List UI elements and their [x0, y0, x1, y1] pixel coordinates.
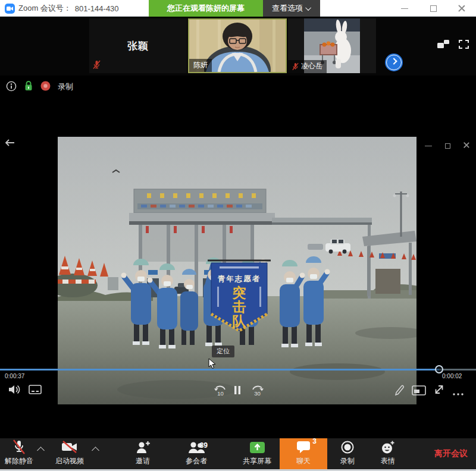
- shared-screen-player: 青年志愿者 突 击 队 定位 0:00:37 0:00:02 1: [0, 136, 476, 404]
- gallery-view-button[interactable]: [437, 40, 449, 51]
- close-button[interactable]: [452, 0, 472, 17]
- close-icon: [463, 142, 470, 149]
- pennant-char-2: 击: [232, 299, 246, 315]
- maximize-icon: [445, 143, 450, 149]
- next-participants-button[interactable]: [385, 54, 403, 71]
- titlebar: Zoom 会议号： 801-144-430 您正在观看陈妍的屏幕 查看选项: [0, 0, 476, 17]
- muted-mic-icon: [12, 439, 26, 455]
- pennant-char-3: 队: [233, 313, 247, 329]
- invite-label: 邀请: [136, 456, 150, 466]
- participants-label: 参会者: [186, 456, 207, 466]
- forward-seconds-label: 30: [254, 390, 261, 397]
- maximize-button[interactable]: [423, 0, 443, 17]
- watching-screen-banner: 您正在观看陈妍的屏幕: [149, 0, 263, 17]
- start-video-button[interactable]: 启动视频: [51, 438, 88, 469]
- chat-bubble-icon: 3: [296, 439, 311, 455]
- player-minimize-button[interactable]: [419, 139, 438, 152]
- leave-meeting-button[interactable]: 离开会议: [426, 438, 476, 469]
- more-options-button[interactable]: [452, 389, 464, 398]
- player-maximize-button[interactable]: [438, 139, 457, 152]
- minimize-icon: [425, 146, 432, 146]
- video-off-icon: [61, 439, 78, 455]
- participant-name: 陈妍: [193, 60, 208, 70]
- share-screen-label: 共享屏幕: [243, 456, 271, 466]
- participant-name: 张颖: [89, 18, 187, 73]
- forward-30-button[interactable]: 30: [250, 384, 265, 400]
- progress-bar[interactable]: [0, 369, 476, 370]
- invite-person-icon: [135, 439, 151, 455]
- seek-tooltip: 定位: [212, 346, 234, 357]
- pennant-header-text: 青年志愿者: [218, 275, 261, 283]
- pennant-char-1: 突: [232, 285, 246, 300]
- progress-fill: [0, 369, 439, 370]
- audio-options-chevron[interactable]: [37, 447, 45, 454]
- participant-name-tag: 凌心岳: [288, 60, 327, 73]
- muted-mic-icon: [93, 60, 101, 70]
- recording-dot-icon: [40, 81, 51, 93]
- zoom-logo-icon: [5, 4, 15, 14]
- player-close-button[interactable]: [457, 139, 476, 152]
- chat-label: 聊天: [296, 456, 311, 466]
- participant-tile-zhangying[interactable]: 张颖: [89, 18, 187, 73]
- participants-icon: 39: [187, 439, 205, 455]
- player-window-controls: [419, 139, 476, 152]
- minimize-button[interactable]: [394, 0, 415, 17]
- mouse-cursor: [208, 358, 216, 369]
- record-label: 录制: [340, 456, 355, 466]
- start-video-label: 启动视频: [55, 456, 84, 466]
- participant-name-tag: 陈妍: [189, 59, 212, 72]
- muted-mic-icon: [292, 62, 299, 71]
- rewind-10-button[interactable]: 10: [213, 384, 227, 400]
- close-icon: [458, 5, 465, 12]
- invite-button[interactable]: 邀请: [124, 438, 162, 469]
- meeting-info-button[interactable]: [6, 81, 17, 93]
- participants-button[interactable]: 39 参会者: [176, 438, 217, 469]
- strip-corner-controls: [437, 40, 469, 51]
- video-thumbnails-strip: 张颖: [0, 17, 476, 76]
- view-options-label: 查看选项: [272, 3, 303, 14]
- pause-button[interactable]: [234, 385, 241, 397]
- chat-button[interactable]: 3 聊天: [280, 438, 327, 469]
- participant-tile-lingxinyue[interactable]: 凌心岳: [288, 18, 376, 73]
- chevron-down-icon: [305, 5, 311, 11]
- reactions-button[interactable]: 表情: [369, 438, 407, 469]
- meeting-toolbar: 解除静音 启动视频 邀请 39 参会者 共享: [0, 438, 476, 469]
- chat-unread-badge: 3: [312, 437, 317, 445]
- volume-button[interactable]: [8, 384, 21, 397]
- participant-name: 凌心岳: [301, 61, 322, 71]
- view-options-button[interactable]: 查看选项: [263, 0, 320, 17]
- meeting-id-label: Zoom 会议号：: [18, 3, 71, 14]
- unmute-label: 解除静音: [5, 456, 33, 466]
- minimize-icon: [401, 8, 408, 9]
- participants-count-badge: 39: [200, 441, 208, 450]
- unmute-button[interactable]: 解除静音: [0, 438, 38, 469]
- zoom-app-window: Zoom 会议号： 801-144-430 您正在观看陈妍的屏幕 查看选项 张颖: [0, 0, 476, 471]
- progress-handle[interactable]: [435, 365, 443, 373]
- expand-button[interactable]: [433, 384, 445, 397]
- fullscreen-button[interactable]: [459, 40, 469, 51]
- share-screen-button[interactable]: 共享屏幕: [237, 438, 277, 469]
- smiley-plus-icon: [381, 439, 395, 455]
- reactions-label: 表情: [381, 456, 395, 466]
- rewind-seconds-label: 10: [217, 390, 224, 397]
- annotate-pen-button[interactable]: [394, 384, 406, 398]
- back-arrow-button[interactable]: [4, 138, 15, 149]
- record-button[interactable]: 录制: [328, 438, 367, 469]
- recording-label: 录制: [58, 81, 73, 92]
- participant-tile-chenyan[interactable]: 陈妍: [188, 18, 287, 73]
- titlebar-left: Zoom 会议号： 801-144-430: [5, 0, 119, 17]
- remaining-time: 0:00:02: [442, 373, 462, 379]
- pip-button[interactable]: [412, 385, 426, 397]
- record-circle-icon: [340, 439, 355, 455]
- video-options-chevron[interactable]: [92, 447, 99, 454]
- encryption-lock-icon: [24, 80, 33, 93]
- share-screen-icon: [249, 439, 265, 455]
- elapsed-time: 0:00:37: [5, 373, 24, 379]
- captions-button[interactable]: [29, 385, 42, 396]
- shared-video-content[interactable]: 青年志愿者 突 击 队: [58, 137, 416, 404]
- meeting-status-row: 录制: [0, 76, 476, 98]
- meeting-id-value: 801-144-430: [75, 4, 119, 13]
- maximize-icon: [430, 5, 437, 12]
